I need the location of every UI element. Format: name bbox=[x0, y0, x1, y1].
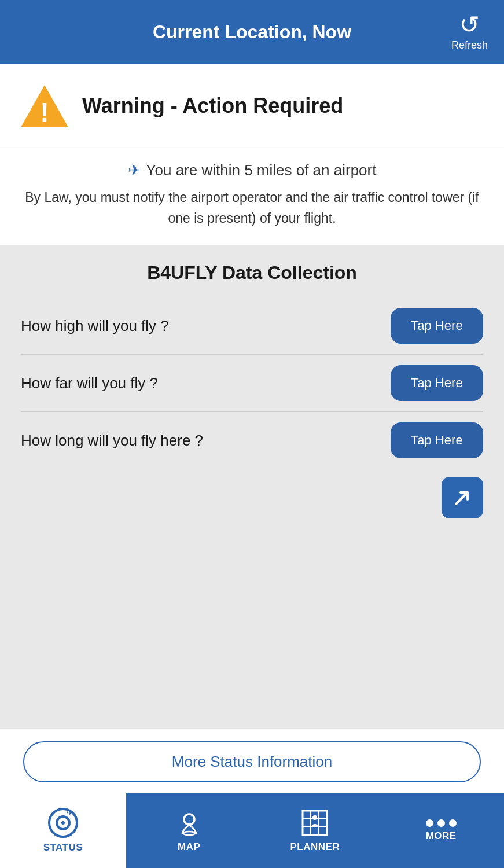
warning-section: ! Warning - Action Required bbox=[0, 64, 504, 144]
plane-icon: ✈ bbox=[128, 161, 141, 179]
refresh-icon: ↻ bbox=[459, 13, 480, 37]
airport-line: ✈ You are within 5 miles of an airport bbox=[23, 161, 481, 179]
dot-1 bbox=[426, 819, 433, 827]
more-status-section: More Status Information bbox=[0, 729, 504, 793]
header: Current Location, Now ↻ Refresh bbox=[0, 0, 504, 64]
warning-triangle-icon: ! bbox=[19, 80, 71, 132]
nav-item-map[interactable]: MAP bbox=[126, 793, 252, 868]
dot-3 bbox=[449, 819, 457, 827]
airport-line-text: You are within 5 miles of an airport bbox=[146, 161, 377, 179]
tap-height-button[interactable]: Tap Here bbox=[391, 308, 483, 344]
more-dots-icon bbox=[426, 819, 457, 827]
status-icon: ✈ bbox=[47, 807, 79, 838]
bottom-nav: ✈ STATUS MAP PLANNER bbox=[0, 793, 504, 868]
tap-distance-button[interactable]: Tap Here bbox=[391, 365, 483, 401]
svg-point-4 bbox=[61, 821, 65, 825]
data-collection-section: B4UFLY Data Collection How high will you… bbox=[0, 245, 504, 729]
header-title: Current Location, Now bbox=[153, 21, 351, 43]
nav-item-planner[interactable]: PLANNER bbox=[252, 793, 378, 868]
nav-item-more[interactable]: MORE bbox=[378, 793, 504, 868]
airport-desc: By Law, you must notify the airport oper… bbox=[23, 187, 481, 229]
data-row-distance: How far will you fly ? Tap Here bbox=[21, 355, 483, 411]
svg-text:✈: ✈ bbox=[67, 808, 73, 817]
arrow-external-icon bbox=[451, 487, 473, 509]
question-distance: How far will you fly ? bbox=[21, 374, 158, 392]
nav-status-label: STATUS bbox=[43, 842, 83, 854]
planner-icon bbox=[300, 808, 330, 838]
nav-map-label: MAP bbox=[178, 841, 200, 853]
tap-duration-button[interactable]: Tap Here bbox=[391, 422, 483, 458]
question-height: How high will you fly ? bbox=[21, 317, 169, 335]
svg-point-6 bbox=[184, 814, 194, 825]
question-duration: How long will you fly here ? bbox=[21, 432, 203, 450]
airport-notice: ✈ You are within 5 miles of an airport B… bbox=[0, 144, 504, 245]
launch-external-button[interactable] bbox=[442, 477, 483, 518]
svg-rect-8 bbox=[303, 811, 327, 835]
launch-btn-container bbox=[21, 477, 483, 518]
svg-point-7 bbox=[183, 832, 195, 835]
svg-point-13 bbox=[312, 815, 317, 820]
nav-planner-label: PLANNER bbox=[290, 841, 340, 853]
data-row-duration: How long will you fly here ? Tap Here bbox=[21, 412, 483, 469]
data-row-height: How high will you fly ? Tap Here bbox=[21, 297, 483, 354]
warning-title: Warning - Action Required bbox=[82, 94, 343, 118]
svg-text:!: ! bbox=[40, 97, 49, 127]
nav-item-status[interactable]: ✈ STATUS bbox=[0, 793, 126, 868]
refresh-label: Refresh bbox=[451, 39, 488, 52]
data-collection-title: B4UFLY Data Collection bbox=[21, 262, 483, 284]
nav-more-label: MORE bbox=[426, 830, 457, 842]
dot-2 bbox=[437, 819, 445, 827]
refresh-button[interactable]: ↻ Refresh bbox=[451, 13, 488, 52]
map-icon bbox=[174, 808, 204, 838]
more-status-button[interactable]: More Status Information bbox=[23, 741, 481, 782]
